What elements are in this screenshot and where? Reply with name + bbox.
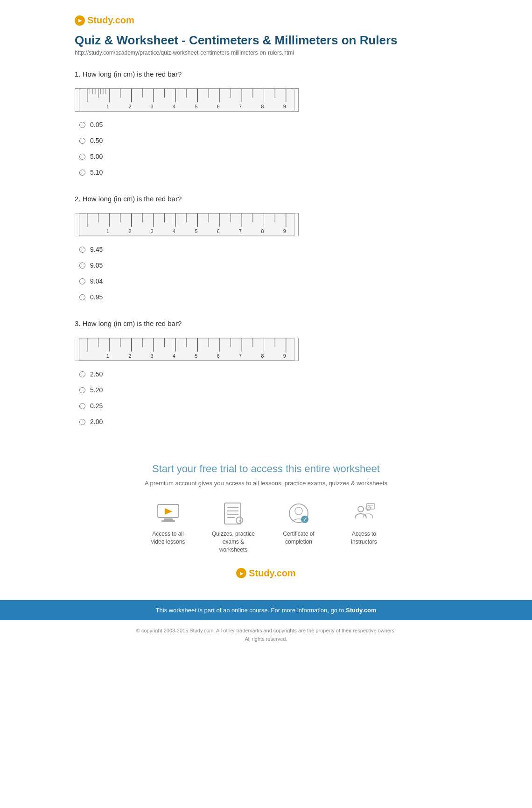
question-2-choice-2[interactable]: 9.05: [79, 262, 457, 269]
svg-text:5: 5: [195, 104, 197, 109]
svg-text:8: 8: [261, 353, 264, 359]
svg-rect-94: [164, 518, 173, 520]
banner-text: This worksheet is part of an online cour…: [155, 607, 344, 614]
page-title: Quiz & Worksheet - Centimeters & Millime…: [75, 33, 457, 48]
svg-text:1: 1: [106, 104, 109, 109]
svg-text:3: 3: [151, 104, 154, 109]
question-2-choice-3[interactable]: 9.04: [79, 277, 457, 285]
question-2-choices: 9.45 9.05 9.04 0.95: [79, 246, 457, 301]
question-3-choice-3[interactable]: 0.25: [79, 402, 457, 410]
choice-label: 9.05: [90, 262, 103, 269]
choice-label: 0.25: [90, 402, 103, 410]
choice-label: 5.20: [90, 386, 103, 394]
question-2: 2. How long (in cm) is the red bar?: [75, 195, 457, 301]
question-3-choice-1[interactable]: 2.50: [79, 370, 457, 378]
radio-1-4[interactable]: [79, 170, 85, 176]
svg-rect-95: [161, 520, 175, 522]
svg-point-105: [295, 507, 302, 515]
features-row: Access to allvideo lessons ✓ Quizzes, pr…: [9, 501, 523, 553]
logo-text: Study.com: [87, 15, 134, 26]
question-2-choice-4[interactable]: 0.95: [79, 293, 457, 301]
question-1-choice-1[interactable]: 0.05: [79, 121, 457, 128]
radio-2-3[interactable]: [79, 278, 85, 284]
choice-label: 5.10: [90, 169, 103, 176]
svg-text:3: 3: [151, 228, 154, 234]
choice-label: 0.95: [90, 293, 103, 301]
feature-instructors: Access toinstructors: [338, 501, 390, 553]
choice-label: 9.45: [90, 246, 103, 253]
blue-banner: This worksheet is part of an online cour…: [0, 600, 532, 621]
question-2-text: 2. How long (in cm) is the red bar?: [75, 195, 457, 203]
svg-text:1: 1: [106, 228, 109, 234]
copyright-line1: © copyright 2003-2015 Study.com. All oth…: [9, 627, 523, 635]
svg-text:9: 9: [283, 228, 286, 234]
feature-practice-label: Quizzes, practiceexams & worksheets: [208, 530, 259, 553]
svg-text:9: 9: [283, 104, 286, 109]
feature-certificate-label: Certificate ofcompletion: [283, 530, 314, 546]
question-1: 1. How long (in cm) is the red bar? /* g…: [75, 70, 457, 176]
radio-2-2[interactable]: [79, 262, 85, 269]
svg-text:6: 6: [217, 104, 220, 109]
choice-label: 9.04: [90, 277, 103, 285]
free-trial-title: Start your free trial to access this ent…: [9, 463, 523, 475]
copyright-section: © copyright 2003-2015 Study.com. All oth…: [0, 620, 532, 650]
choice-label: 2.00: [90, 418, 103, 425]
copyright-line2: All rights reserved.: [9, 635, 523, 644]
question-3: 3. How long (in cm) is the red bar?: [75, 319, 457, 425]
radio-3-2[interactable]: [79, 387, 85, 393]
page-url: http://study.com/academy/practice/quiz-w…: [75, 50, 457, 56]
radio-1-3[interactable]: [79, 154, 85, 160]
svg-text:7: 7: [239, 353, 242, 359]
question-1-choice-3[interactable]: 5.00: [79, 153, 457, 160]
feature-certificate: ✓ Certificate ofcompletion: [273, 501, 324, 553]
feature-practice-exams: ✓ Quizzes, practiceexams & worksheets: [208, 501, 259, 553]
radio-3-4[interactable]: [79, 419, 85, 425]
radio-3-1[interactable]: [79, 371, 85, 377]
svg-text:8: 8: [261, 104, 264, 109]
logo-study: Study: [87, 15, 112, 25]
certificate-icon: ✓: [286, 501, 312, 526]
feature-video-label: Access to allvideo lessons: [151, 530, 185, 546]
question-3-choices: 2.50 5.20 0.25 2.00: [79, 370, 457, 425]
question-3-ruler-container: 1 2 3 4 5 6 7 8 9: [75, 338, 299, 363]
list-icon: ✓: [221, 501, 246, 526]
svg-text:2: 2: [128, 353, 131, 359]
question-3-choice-4[interactable]: 2.00: [79, 418, 457, 425]
radio-2-1[interactable]: [79, 247, 85, 253]
svg-text:8: 8: [261, 228, 264, 234]
choice-label: 0.50: [90, 137, 103, 144]
svg-text:4: 4: [173, 353, 175, 359]
choice-label: 0.05: [90, 121, 103, 128]
question-2-ruler: 1 2 3 4 5 6 7 8 9: [75, 213, 299, 236]
radio-3-3[interactable]: [79, 403, 85, 409]
svg-text:✓: ✓: [303, 517, 307, 522]
radio-1-1[interactable]: [79, 122, 85, 128]
radio-2-4[interactable]: [79, 294, 85, 300]
svg-text:3: 3: [151, 353, 154, 359]
logo-dot: .com: [112, 15, 134, 25]
svg-text:1: 1: [106, 353, 109, 359]
monitor-icon: [155, 501, 181, 526]
choice-label: 5.00: [90, 153, 103, 160]
chat-icon: [351, 501, 377, 526]
svg-text:2: 2: [128, 228, 131, 234]
svg-text:4: 4: [173, 104, 175, 109]
question-2-choice-1[interactable]: 9.45: [79, 246, 457, 253]
logo-area: Study.com: [75, 9, 457, 33]
question-1-choices: 0.05 0.50 5.00 5.10: [79, 121, 457, 176]
question-1-ruler: /* generated below */: [75, 88, 299, 112]
bottom-logo: Study.com: [9, 568, 523, 579]
choice-label: 2.50: [90, 370, 103, 378]
free-trial-section: Start your free trial to access this ent…: [0, 444, 532, 600]
svg-text:6: 6: [217, 353, 220, 359]
svg-text:9: 9: [283, 353, 286, 359]
question-3-text: 3. How long (in cm) is the red bar?: [75, 319, 457, 327]
question-1-choice-4[interactable]: 5.10: [79, 169, 457, 176]
free-trial-subtitle: A premium account gives you access to al…: [9, 480, 523, 487]
question-1-choice-2[interactable]: 0.50: [79, 137, 457, 144]
banner-link[interactable]: Study.com: [346, 607, 377, 614]
radio-1-2[interactable]: [79, 138, 85, 144]
question-3-ruler: 1 2 3 4 5 6 7 8 9: [75, 338, 299, 361]
question-3-choice-2[interactable]: 5.20: [79, 386, 457, 394]
svg-text:4: 4: [173, 228, 175, 234]
